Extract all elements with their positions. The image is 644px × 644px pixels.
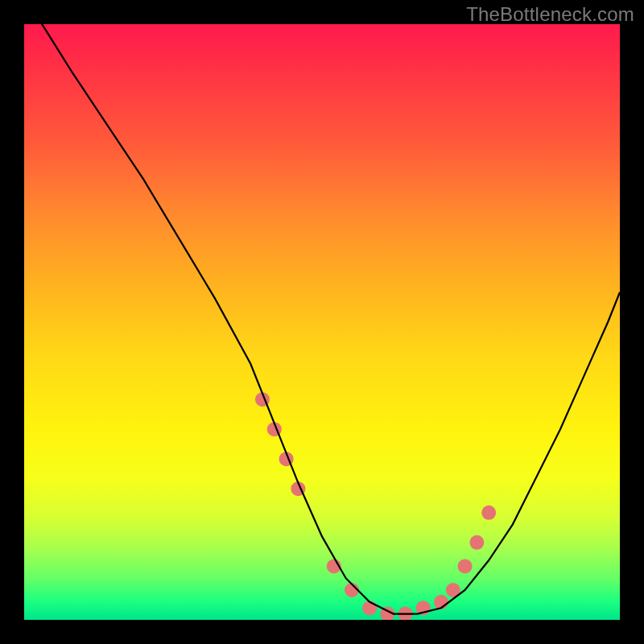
chart-frame: TheBottleneck.com [0, 0, 644, 644]
bottleneck-curve [24, 24, 620, 614]
marker-dot [458, 559, 473, 573]
marker-dots-group [255, 392, 496, 620]
plot-area [24, 24, 620, 620]
watermark-text: TheBottleneck.com [466, 3, 634, 26]
marker-dot [469, 535, 484, 550]
chart-svg [24, 24, 620, 620]
marker-dot [481, 506, 496, 520]
